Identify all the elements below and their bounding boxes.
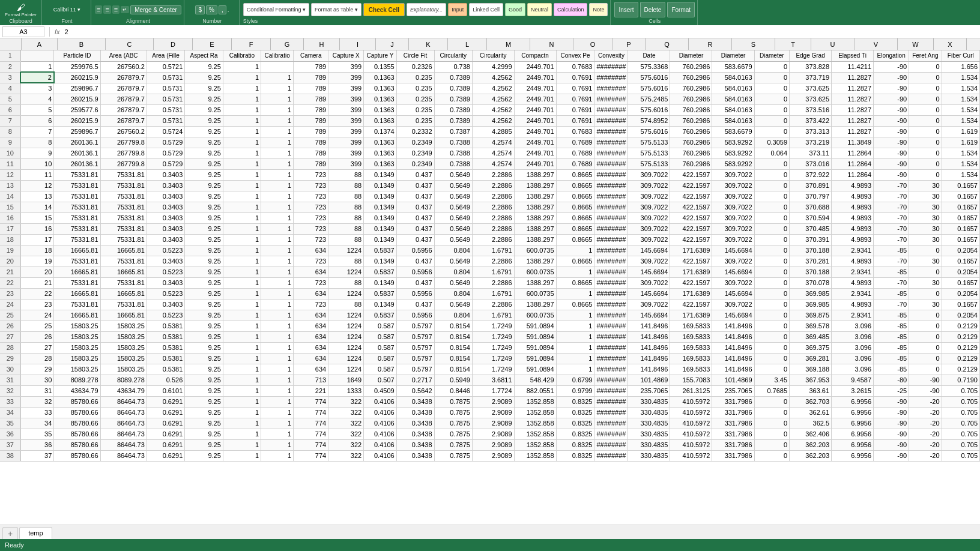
data-cell[interactable]: 86464.73: [100, 418, 147, 429]
data-cell[interactable]: 171.6389: [670, 245, 712, 256]
data-cell[interactable]: 760.2986: [670, 94, 712, 104]
data-cell[interactable]: 634: [294, 310, 328, 321]
data-cell[interactable]: -90: [874, 396, 909, 407]
data-cell[interactable]: 0: [754, 83, 790, 94]
data-cell[interactable]: 30: [909, 256, 942, 266]
data-cell[interactable]: 16665.81: [100, 310, 147, 321]
header-cell[interactable]: Calibratio: [261, 50, 294, 61]
data-cell[interactable]: 0.587: [364, 321, 396, 331]
data-cell[interactable]: 0.8154: [434, 331, 472, 342]
data-cell[interactable]: 75331.81: [54, 212, 100, 223]
data-cell[interactable]: 369.188: [790, 364, 832, 375]
data-cell[interactable]: -90: [874, 115, 909, 126]
data-cell[interactable]: 24: [20, 310, 54, 321]
data-cell[interactable]: 1: [261, 353, 294, 364]
data-cell[interactable]: 422.1597: [670, 299, 712, 310]
header-cell[interactable]: Elongation: [874, 50, 909, 61]
data-cell[interactable]: 0.235: [396, 83, 434, 94]
data-cell[interactable]: 6.9956: [832, 450, 874, 461]
data-cell[interactable]: 11.2864: [832, 158, 874, 169]
data-cell[interactable]: 0.7388: [434, 148, 472, 158]
data-cell[interactable]: 9.25: [185, 439, 223, 450]
data-cell[interactable]: 0.6799: [556, 375, 594, 385]
table-row[interactable]: 323143634.7943634.790.61019.251122113330…: [0, 385, 980, 396]
data-cell[interactable]: 2.2886: [472, 202, 514, 212]
data-cell[interactable]: 0: [754, 299, 790, 310]
data-cell[interactable]: 0.3403: [147, 234, 185, 245]
data-cell[interactable]: 88: [328, 223, 364, 234]
data-cell[interactable]: 85780.66: [54, 439, 100, 450]
data-cell[interactable]: 0.5956: [396, 245, 434, 256]
data-cell[interactable]: 15803.25: [100, 342, 147, 353]
data-cell[interactable]: 789: [294, 137, 328, 148]
data-cell[interactable]: 0.5649: [434, 234, 472, 245]
data-cell[interactable]: 221: [294, 385, 328, 396]
data-cell[interactable]: 2.9341: [832, 310, 874, 321]
data-cell[interactable]: 0.7689: [556, 148, 594, 158]
data-cell[interactable]: 30: [909, 223, 942, 234]
data-cell[interactable]: 583.9292: [712, 137, 754, 148]
data-cell[interactable]: 0.2129: [942, 331, 979, 342]
data-cell[interactable]: 0.1355: [364, 61, 396, 72]
data-cell[interactable]: 591.0894: [514, 342, 556, 353]
data-cell[interactable]: 0.1657: [942, 191, 979, 202]
data-cell[interactable]: ########: [594, 342, 628, 353]
data-cell[interactable]: 1: [223, 94, 261, 104]
data-cell[interactable]: 0.5956: [396, 288, 434, 299]
data-cell[interactable]: 0.2349: [396, 137, 434, 148]
data-cell[interactable]: 0.7691: [556, 104, 594, 115]
table-row[interactable]: 242375331.8175331.810.34039.2511723880.1…: [0, 299, 980, 310]
data-cell[interactable]: 774: [294, 418, 328, 429]
data-cell[interactable]: 1: [261, 137, 294, 148]
data-cell[interactable]: 760.2986: [670, 126, 712, 137]
data-cell[interactable]: 309.7022: [628, 169, 670, 180]
data-cell[interactable]: ########: [594, 61, 628, 72]
data-cell[interactable]: 9.25: [185, 137, 223, 148]
data-cell[interactable]: 399: [328, 61, 364, 72]
data-cell[interactable]: -80: [874, 375, 909, 385]
data-cell[interactable]: -90: [874, 94, 909, 104]
data-cell[interactable]: 88: [328, 169, 364, 180]
data-cell[interactable]: 760.2986: [670, 72, 712, 83]
data-cell[interactable]: 28: [20, 353, 54, 364]
data-cell[interactable]: 0: [909, 342, 942, 353]
data-cell[interactable]: -20: [909, 439, 942, 450]
note-btn[interactable]: Note: [589, 3, 608, 16]
data-cell[interactable]: 12: [20, 180, 54, 191]
data-cell[interactable]: 0.7691: [556, 72, 594, 83]
data-cell[interactable]: 0.7685: [754, 385, 790, 396]
table-row[interactable]: 212016665.8116665.810.52239.251163412240…: [0, 266, 980, 277]
data-cell[interactable]: -90: [874, 72, 909, 83]
col-header-E[interactable]: E: [193, 38, 232, 50]
data-cell[interactable]: 789: [294, 83, 328, 94]
col-header-Y[interactable]: Y: [967, 38, 980, 50]
data-cell[interactable]: ########: [594, 321, 628, 331]
data-cell[interactable]: 583.9292: [712, 148, 754, 158]
data-cell[interactable]: 1: [223, 288, 261, 299]
data-cell[interactable]: 75331.81: [100, 169, 147, 180]
data-cell[interactable]: 75331.81: [54, 299, 100, 310]
table-row[interactable]: 151475331.8175331.810.34039.2511723880.1…: [0, 202, 980, 212]
data-cell[interactable]: 9.25: [185, 104, 223, 115]
header-cell[interactable]: Aspect Ra: [185, 50, 223, 61]
data-cell[interactable]: 75331.81: [100, 256, 147, 266]
data-cell[interactable]: 0.1363: [364, 115, 396, 126]
data-cell[interactable]: 5: [20, 104, 54, 115]
data-cell[interactable]: 9.25: [185, 342, 223, 353]
data-cell[interactable]: 101.4869: [712, 375, 754, 385]
data-cell[interactable]: 34: [20, 418, 54, 429]
data-cell[interactable]: 2.2886: [472, 256, 514, 266]
col-header-X[interactable]: X: [934, 38, 967, 50]
data-cell[interactable]: -70: [874, 202, 909, 212]
data-cell[interactable]: 25: [20, 321, 54, 331]
data-cell[interactable]: 9.25: [185, 223, 223, 234]
data-cell[interactable]: 0.5731: [147, 83, 185, 94]
data-cell[interactable]: 0.235: [396, 104, 434, 115]
data-cell[interactable]: 27: [20, 342, 54, 353]
data-cell[interactable]: 1.534: [942, 158, 979, 169]
data-cell[interactable]: 0.4106: [364, 439, 396, 450]
data-cell[interactable]: 11.4211: [832, 61, 874, 72]
data-cell[interactable]: 0.3403: [147, 256, 185, 266]
data-cell[interactable]: 261.3125: [670, 385, 712, 396]
data-cell[interactable]: 0.7389: [434, 115, 472, 126]
